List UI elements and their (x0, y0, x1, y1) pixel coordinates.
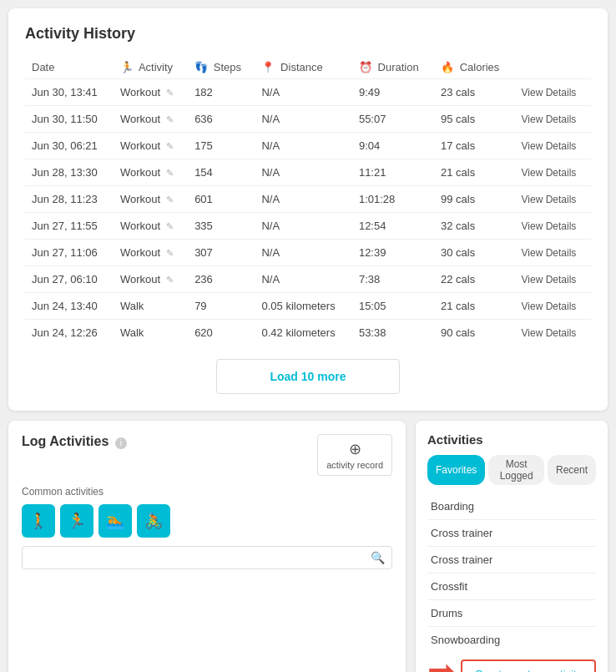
activity-list-item[interactable]: Cross trainer (427, 547, 596, 573)
edit-icon[interactable]: ✎ (166, 275, 174, 285)
cell-steps: 636 (188, 106, 255, 133)
cell-date: Jun 30, 11:50 (25, 106, 114, 133)
cell-date: Jun 30, 06:21 (25, 133, 114, 159)
edit-icon[interactable]: ✎ (166, 114, 174, 124)
calories-icon: 🔥 (441, 61, 454, 73)
cell-calories: 95 cals (434, 106, 514, 133)
cell-date: Jun 27, 11:55 (25, 213, 114, 240)
cell-date: Jun 27, 11:06 (25, 240, 114, 266)
record-icon: ⊕ (349, 440, 361, 458)
edit-icon[interactable]: ✎ (166, 248, 174, 258)
table-row: Jun 27, 11:06 Workout ✎ 307 N/A 12:39 30… (25, 240, 591, 266)
col-calories: 🔥 Calories (434, 56, 514, 79)
cell-date: Jun 30, 13:41 (25, 79, 114, 106)
cell-distance: 0.42 kilometers (255, 320, 351, 346)
tab-most-logged[interactable]: Most Logged (488, 455, 544, 485)
log-header: Log Activities i ⊕ activity record (22, 434, 392, 476)
cell-activity: Workout ✎ (114, 159, 188, 186)
cell-duration: 1:01:28 (352, 186, 434, 213)
view-details-link[interactable]: View Details (522, 220, 577, 232)
edit-icon[interactable]: ✎ (166, 195, 174, 205)
table-row: Jun 28, 13:30 Workout ✎ 154 N/A 11:21 21… (25, 159, 591, 186)
cell-date: Jun 24, 12:26 (25, 320, 114, 346)
cell-distance: N/A (255, 79, 351, 106)
swim-icon: 🏊 (106, 512, 124, 530)
cell-steps: 236 (188, 266, 255, 293)
activity-icon: 🏃 (120, 61, 134, 73)
quick-icon-walk[interactable]: 🚶 (22, 504, 55, 538)
cell-steps: 620 (188, 320, 255, 346)
cell-view-details: View Details (515, 293, 592, 320)
cell-date: Jun 28, 11:23 (25, 186, 114, 213)
cell-view-details: View Details (515, 266, 592, 293)
cell-activity: Workout ✎ (114, 133, 188, 159)
quick-icon-swim[interactable]: 🏊 (98, 504, 132, 538)
log-activities-card: Log Activities i ⊕ activity record Commo… (8, 421, 406, 672)
cell-view-details: View Details (515, 320, 592, 346)
cell-duration: 55:07 (352, 106, 434, 133)
table-row: Jun 30, 11:50 Workout ✎ 636 N/A 55:07 95… (25, 106, 591, 133)
create-custom-activity-link[interactable]: Create custom activity (475, 668, 582, 672)
view-details-link[interactable]: View Details (522, 301, 577, 312)
load-more-button[interactable]: Load 10 more (216, 359, 400, 394)
col-duration: ⏰ Duration (352, 56, 434, 79)
cell-duration: 15:05 (352, 293, 434, 320)
tab-recent[interactable]: Recent (548, 455, 596, 485)
cell-duration: 12:54 (352, 213, 434, 240)
cell-duration: 11:21 (352, 159, 434, 186)
quick-icon-run[interactable]: 🏃 (60, 504, 93, 538)
cell-date: Jun 24, 13:40 (25, 293, 114, 320)
view-details-link[interactable]: View Details (522, 114, 577, 125)
edit-icon[interactable]: ✎ (166, 141, 174, 151)
cell-view-details: View Details (515, 106, 592, 133)
info-icon[interactable]: i (115, 437, 127, 449)
edit-icon[interactable]: ✎ (166, 221, 174, 231)
search-icon: 🔍 (371, 551, 385, 564)
activity-record-label: activity record (326, 460, 383, 470)
cell-distance: N/A (255, 240, 351, 266)
cell-view-details: View Details (515, 186, 592, 213)
table-row: Jun 30, 06:21 Workout ✎ 175 N/A 9:04 17 … (25, 133, 591, 159)
cell-view-details: View Details (515, 133, 592, 159)
cell-distance: N/A (255, 186, 351, 213)
table-row: Jun 28, 11:23 Workout ✎ 601 N/A 1:01:28 … (25, 186, 591, 213)
activity-record-button[interactable]: ⊕ activity record (317, 434, 392, 476)
view-details-link[interactable]: View Details (522, 194, 577, 205)
activity-list-item[interactable]: Boarding (427, 493, 596, 520)
col-activity: 🏃 Activity (114, 56, 188, 79)
cell-calories: 23 cals (434, 79, 514, 106)
view-details-link[interactable]: View Details (522, 327, 577, 339)
cell-calories: 32 cals (434, 213, 514, 240)
activity-search-input[interactable] (29, 552, 371, 564)
edit-icon[interactable]: ✎ (166, 168, 174, 178)
arrow-container: ➡ Create custom activity (427, 653, 596, 672)
activity-history-title: Activity History (25, 25, 591, 43)
cell-calories: 30 cals (434, 240, 514, 266)
view-details-link[interactable]: View Details (522, 140, 577, 152)
activities-tabs: Favorites Most Logged Recent (427, 455, 596, 485)
col-steps: 👣 Steps (188, 56, 255, 79)
cell-distance: 0.05 kilometers (255, 293, 351, 320)
cell-distance: N/A (255, 266, 351, 293)
cell-calories: 99 cals (434, 186, 514, 213)
cell-duration: 9:49 (352, 79, 434, 106)
activity-list-item[interactable]: Snowboarding (427, 627, 596, 653)
activity-list-item[interactable]: Crossfit (427, 573, 596, 600)
view-details-link[interactable]: View Details (522, 247, 577, 259)
activity-list-item[interactable]: Drums (427, 600, 596, 627)
cell-date: Jun 27, 06:10 (25, 266, 114, 293)
cell-activity: Walk (114, 293, 188, 320)
view-details-link[interactable]: View Details (522, 167, 577, 179)
right-arrow-icon: ➡ (427, 654, 456, 673)
walk-icon: 🚶 (29, 512, 48, 530)
activity-search-box[interactable]: 🔍 (22, 546, 392, 569)
cell-activity: Walk (114, 320, 188, 346)
tab-favorites[interactable]: Favorites (427, 455, 485, 485)
activity-list-item[interactable]: Cross trainer (427, 520, 596, 547)
cell-activity: Workout ✎ (114, 186, 188, 213)
cell-calories: 17 cals (434, 133, 514, 159)
view-details-link[interactable]: View Details (522, 87, 577, 99)
edit-icon[interactable]: ✎ (166, 88, 174, 98)
quick-icon-bike[interactable]: 🚴 (137, 504, 170, 538)
view-details-link[interactable]: View Details (522, 274, 577, 285)
